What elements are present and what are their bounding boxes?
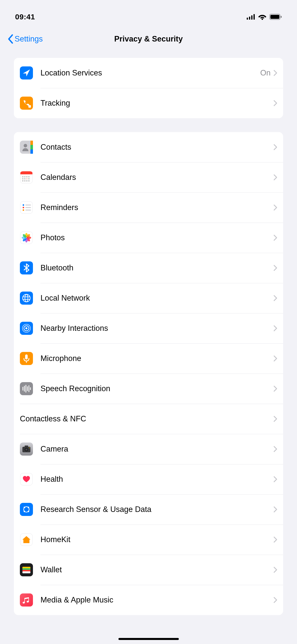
svg-rect-85 [20,593,33,607]
wallet-icon [20,563,33,576]
svg-point-26 [29,179,29,179]
row-calendars[interactable]: Calendars [14,162,283,192]
row-location-services[interactable]: Location Services On [14,58,283,88]
cellular-icon [247,14,255,20]
row-label: Camera [40,445,274,454]
section-location: Location Services On Tracking [14,58,283,118]
svg-rect-60 [20,382,33,395]
status-bar: 09:41 [0,0,297,28]
row-contacts[interactable]: Contacts [14,132,283,162]
chevron-right-icon [274,597,277,603]
row-homekit[interactable]: HomeKit [14,525,283,555]
section-apps: Contacts Calendars Reminders [14,132,283,615]
svg-rect-35 [25,207,31,208]
row-tracking[interactable]: Tracking [14,88,283,118]
chevron-right-icon [274,567,277,573]
svg-point-27 [23,181,23,181]
row-health[interactable]: Health [14,464,283,494]
svg-point-72 [29,448,30,448]
chevron-right-icon [274,506,277,512]
svg-point-32 [23,204,24,206]
row-speech-recognition[interactable]: Speech Recognition [14,374,283,404]
svg-rect-1 [249,17,250,20]
back-button[interactable]: Settings [8,34,43,44]
calendar-icon [20,171,33,184]
svg-rect-18 [20,173,32,174]
row-reminders[interactable]: Reminders [14,192,283,223]
waveform-icon [20,382,33,395]
svg-rect-0 [247,18,248,20]
svg-point-36 [23,209,24,211]
reminders-icon [20,201,33,214]
row-label: Calendars [40,173,274,182]
chevron-right-icon [274,174,277,180]
chevron-right-icon [274,295,277,301]
row-bluetooth[interactable]: Bluetooth [14,253,283,283]
svg-rect-6 [270,15,279,19]
photos-icon [20,231,33,244]
heart-icon [20,473,33,486]
row-label: Contacts [40,143,274,152]
location-icon [20,66,33,79]
svg-point-54 [25,327,27,329]
chevron-right-icon [274,416,277,422]
svg-point-19 [23,177,23,177]
svg-point-28 [25,181,25,181]
nav-header: Settings Privacy & Security [0,28,297,50]
chevron-right-icon [274,100,277,106]
row-nearby-interactions[interactable]: Nearby Interactions [14,313,283,343]
chevron-right-icon [274,235,277,241]
svg-rect-14 [30,149,33,154]
row-photos[interactable]: Photos [14,223,283,253]
wifi-icon [258,14,266,20]
chevron-right-icon [274,144,277,150]
svg-rect-13 [30,145,33,149]
svg-point-4 [262,18,263,20]
svg-rect-3 [253,14,255,20]
tracking-icon [20,97,33,110]
chevron-right-icon [274,446,277,452]
chevron-right-icon [274,205,277,211]
svg-point-34 [23,207,24,208]
svg-rect-33 [25,205,31,206]
music-icon [20,593,33,607]
home-indicator[interactable] [118,638,179,640]
row-media-apple-music[interactable]: Media & Apple Music [14,585,283,615]
svg-point-24 [25,179,25,179]
row-contactless-nfc[interactable]: Contactless & NFC [14,404,283,434]
row-research-sensor[interactable]: Research Sensor & Usage Data [14,494,283,525]
svg-point-20 [25,177,25,177]
svg-point-21 [27,177,27,177]
bluetooth-icon [20,261,33,274]
row-label: Microphone [40,354,274,363]
nearby-icon [20,322,33,335]
row-label: Media & Apple Music [40,595,274,605]
svg-point-71 [25,449,27,451]
svg-point-23 [23,179,23,179]
svg-rect-10 [28,105,31,108]
svg-point-15 [24,144,27,147]
svg-rect-69 [25,446,28,447]
research-icon [20,503,33,516]
chevron-left-icon [8,34,13,44]
row-label: Photos [40,233,274,242]
svg-rect-48 [20,292,33,305]
svg-rect-12 [30,141,33,145]
row-label: Reminders [40,203,274,212]
home-icon [20,533,33,546]
svg-rect-84 [22,571,30,573]
svg-rect-2 [251,15,252,20]
row-local-network[interactable]: Local Network [14,283,283,313]
row-microphone[interactable]: Microphone [14,343,283,374]
contacts-icon [20,141,33,154]
svg-rect-9 [20,97,33,110]
svg-rect-58 [25,354,28,359]
row-label: Contactless & NFC [20,414,274,423]
chevron-right-icon [274,386,277,392]
row-camera[interactable]: Camera [14,434,283,464]
chevron-right-icon [274,265,277,271]
row-wallet[interactable]: Wallet [14,555,283,585]
microphone-icon [20,352,33,365]
camera-icon [20,442,33,456]
row-value: On [260,68,271,77]
